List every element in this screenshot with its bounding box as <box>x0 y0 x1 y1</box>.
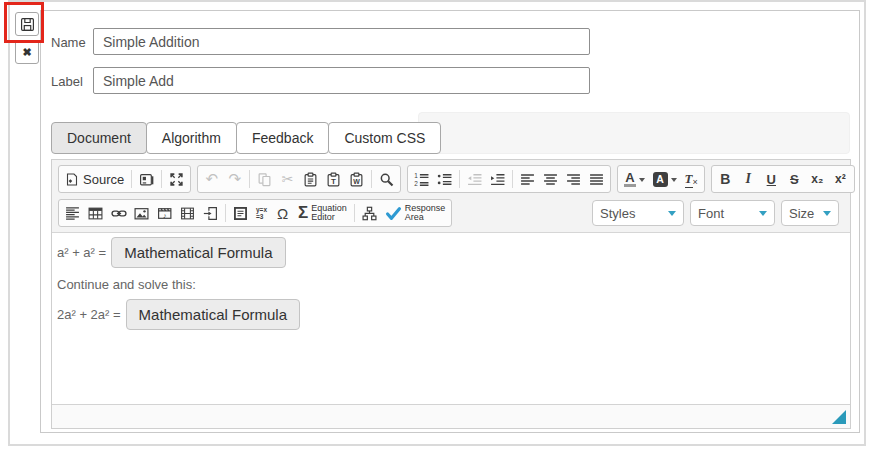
response-area-button[interactable]: Response Area <box>381 201 450 225</box>
indent-icon <box>490 172 505 187</box>
size-dropdown[interactable]: Size <box>781 200 839 226</box>
svg-text:W: W <box>353 178 360 185</box>
tab-bar-filler <box>418 112 850 154</box>
content-line-2: Continue and solve this: <box>57 277 845 292</box>
response-area-check-icon <box>385 206 402 221</box>
remove-format-x: × <box>693 177 698 187</box>
text-color-icon: A <box>624 172 635 187</box>
remove-format-button[interactable]: T × <box>681 167 702 191</box>
equation-prefix-1: a² + a² = <box>57 245 106 260</box>
align-left-button[interactable] <box>516 167 539 191</box>
subscript-button[interactable]: x₂ <box>806 167 829 191</box>
table-button[interactable] <box>84 201 107 225</box>
close-button[interactable]: ✖ <box>15 40 39 64</box>
chevron-down-icon <box>823 211 831 220</box>
div-container-button[interactable] <box>229 201 252 225</box>
text-color-button[interactable]: A <box>620 167 648 191</box>
content-line-3: 2a² + 2a² = Mathematical Formula <box>57 299 845 330</box>
toolbar-row-1: Source <box>55 162 847 196</box>
subscript-icon: x₂ <box>811 172 823 186</box>
maximize-button[interactable] <box>165 167 188 191</box>
item-editor-window: ✖ Name Label Document Algorithm Feedback… <box>0 0 872 452</box>
remove-format-icon: T <box>685 171 693 188</box>
link-button[interactable] <box>107 201 130 225</box>
italic-button[interactable]: I <box>737 167 760 191</box>
align-left-icon <box>520 172 535 187</box>
tab-bar: Document Algorithm Feedback Custom CSS <box>51 122 440 154</box>
paste-text-icon: T <box>326 172 341 187</box>
editor-status-bar <box>52 404 850 428</box>
rich-text-editor: Source <box>51 159 851 429</box>
special-character-button[interactable]: Ω <box>271 201 294 225</box>
align-justify-icon <box>589 172 604 187</box>
name-input[interactable] <box>93 28 590 55</box>
toolbar-group-colors: A A T × <box>617 165 705 193</box>
templates-button[interactable] <box>135 167 158 191</box>
audio-button[interactable]: ♪ <box>153 201 176 225</box>
undo-icon: ↶ <box>205 170 218 188</box>
outdent-icon <box>467 172 482 187</box>
editor-content-area[interactable]: a² + a² = Mathematical Formula Continue … <box>52 234 850 403</box>
link-icon <box>111 206 127 221</box>
paste-button[interactable] <box>299 167 322 191</box>
outdent-button[interactable] <box>463 167 486 191</box>
background-color-button[interactable]: A <box>649 167 681 191</box>
tab-custom-css[interactable]: Custom CSS <box>328 122 441 154</box>
align-right-icon <box>566 172 581 187</box>
underline-icon: U <box>767 172 776 187</box>
paste-from-word-button[interactable]: W <box>345 167 368 191</box>
align-center-button[interactable] <box>539 167 562 191</box>
math-formula-placeholder-1[interactable]: Mathematical Formula <box>111 237 285 268</box>
redo-icon: ↷ <box>228 170 241 188</box>
source-button[interactable]: Source <box>61 167 128 191</box>
indent-button[interactable] <box>486 167 509 191</box>
paste-as-text-button[interactable]: T <box>322 167 345 191</box>
toolbar-row-2: ♪ <box>55 196 847 230</box>
tab-feedback[interactable]: Feedback <box>236 122 329 154</box>
styles-dropdown-label: Styles <box>600 206 635 221</box>
copy-icon <box>257 172 272 187</box>
toolbar-separator <box>131 170 132 188</box>
question-form-panel: Name Label Document Algorithm Feedback C… <box>40 10 860 433</box>
tree-structure-button[interactable] <box>358 201 381 225</box>
horizontal-line-button[interactable] <box>61 201 84 225</box>
font-dropdown[interactable]: Font <box>690 200 775 226</box>
copy-button[interactable] <box>253 167 276 191</box>
equation-editor-button[interactable]: Σ Equation Editor <box>294 201 351 225</box>
toolbar-separator <box>249 170 250 188</box>
label-field-label: Label <box>51 74 83 89</box>
background-color-icon: A <box>653 172 668 187</box>
bold-button[interactable]: B <box>714 167 737 191</box>
cut-button[interactable]: ✂ <box>276 167 299 191</box>
styles-dropdown[interactable]: Styles <box>592 200 684 226</box>
video-button[interactable] <box>176 201 199 225</box>
svg-text:1: 1 <box>415 172 419 179</box>
embed-button[interactable] <box>199 201 222 225</box>
save-button[interactable] <box>15 12 39 36</box>
bulleted-list-button[interactable] <box>433 167 456 191</box>
image-button[interactable] <box>130 201 153 225</box>
tree-structure-icon <box>362 206 377 221</box>
align-justify-button[interactable] <box>585 167 608 191</box>
image-icon <box>134 206 149 221</box>
underline-button[interactable]: U <box>760 167 783 191</box>
numbered-list-icon: 1 2 <box>414 172 429 187</box>
tab-algorithm[interactable]: Algorithm <box>146 122 237 154</box>
multiline-equation-button[interactable]: y=x =3 <box>252 201 271 225</box>
math-formula-placeholder-2[interactable]: Mathematical Formula <box>126 299 300 330</box>
find-button[interactable] <box>375 167 398 191</box>
cut-icon: ✂ <box>282 171 294 187</box>
numbered-list-button[interactable]: 1 2 <box>410 167 433 191</box>
search-icon <box>379 172 394 187</box>
resize-handle[interactable] <box>832 410 846 424</box>
label-input[interactable] <box>93 67 590 94</box>
undo-button[interactable]: ↶ <box>200 167 223 191</box>
tab-document[interactable]: Document <box>51 122 147 154</box>
redo-button[interactable]: ↷ <box>223 167 246 191</box>
video-icon <box>180 206 195 221</box>
strikethrough-button[interactable]: S <box>783 167 806 191</box>
align-right-button[interactable] <box>562 167 585 191</box>
toolbar-group-document: Source <box>58 165 191 193</box>
bold-icon: B <box>720 171 730 187</box>
superscript-button[interactable]: x² <box>829 167 852 191</box>
